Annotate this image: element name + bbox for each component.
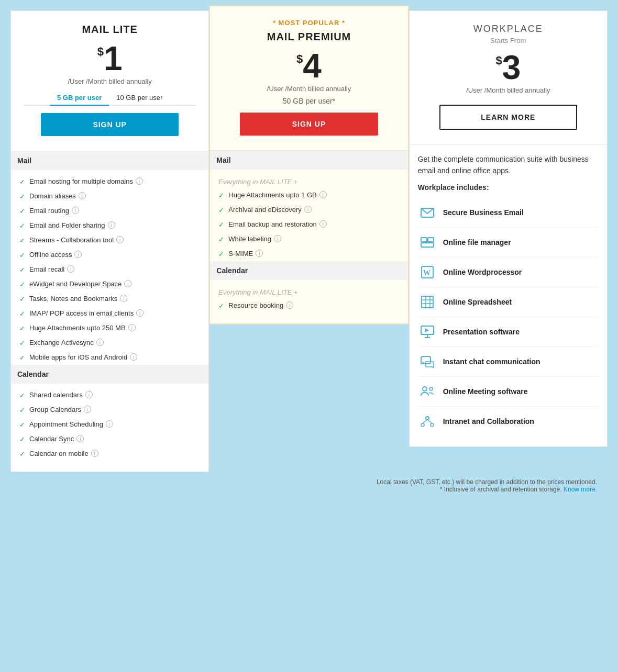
footer-note: Local taxes (VAT, GST, etc.) will be cha… xyxy=(10,472,608,495)
workplace-feature-wordprocessor: W Online Wordprocessor xyxy=(418,257,599,287)
info-icon[interactable]: i xyxy=(67,265,74,273)
workplace-dollar-sign: $ xyxy=(495,54,502,68)
info-icon[interactable]: i xyxy=(116,236,124,243)
workplace-feature-meeting: Online Meeting software xyxy=(418,377,599,407)
mail-lite-storage-tabs: 5 GB per user 10 GB per user xyxy=(24,91,196,106)
svg-point-20 xyxy=(421,423,424,427)
storage-tab-5gb[interactable]: 5 GB per user xyxy=(50,91,109,106)
svg-point-18 xyxy=(429,387,433,390)
info-icon[interactable]: i xyxy=(76,435,84,442)
svg-rect-3 xyxy=(428,238,434,242)
list-item: ✓ eWidget and Developer Space i xyxy=(19,277,200,292)
mail-lite-signup-button[interactable]: SIGN UP xyxy=(41,113,179,136)
know-more-link[interactable]: Know more. xyxy=(564,486,597,493)
check-icon: ✓ xyxy=(19,266,25,274)
list-item: ✓ Huge Attachments upto 250 MB i xyxy=(19,321,200,335)
list-item: ✓ Email and Folder sharing i xyxy=(19,218,200,233)
svg-marker-14 xyxy=(425,328,429,332)
workplace-feature-spreadsheet: Online Spreadsheet xyxy=(418,287,599,317)
workplace-chat-label: Instant chat communication xyxy=(443,357,540,366)
workplace-feature-presentation: Presentation software xyxy=(418,317,599,347)
workplace-email-label: Secure Business Email xyxy=(443,208,524,217)
info-icon[interactable]: i xyxy=(108,221,115,229)
info-icon[interactable]: i xyxy=(319,191,327,198)
mail-lite-calendar-section-header: Calendar xyxy=(11,365,208,384)
mail-lite-price-row: $ 1 xyxy=(24,42,196,75)
mail-premium-everything-in-mail: Everything in MAIL LITE + xyxy=(218,174,399,188)
list-item: ✓ Exchange Activesync i xyxy=(19,335,200,350)
list-item: ✓ Email hosting for multiple domains i xyxy=(19,174,200,189)
svg-rect-1 xyxy=(421,238,427,242)
svg-text:W: W xyxy=(423,269,431,277)
info-icon[interactable]: i xyxy=(304,206,312,213)
storage-tab-10gb[interactable]: 10 GB per user xyxy=(109,91,170,106)
info-icon[interactable]: i xyxy=(72,207,79,214)
check-icon: ✓ xyxy=(218,302,224,310)
check-icon: ✓ xyxy=(19,310,25,318)
info-icon[interactable]: i xyxy=(128,324,136,331)
workplace-feature-chat: Instant chat communication xyxy=(418,347,599,377)
mail-premium-everything-in-calendar: Everything in MAIL LITE + xyxy=(218,284,399,298)
mail-premium-price-amount: 4 xyxy=(303,49,322,83)
spreadsheet-icon xyxy=(418,293,437,311)
list-item: ✓ Appointment Scheduling i xyxy=(19,417,200,432)
workplace-includes-label: Workplace includes: xyxy=(418,183,599,192)
list-item: ✓ Email routing i xyxy=(19,204,200,218)
info-icon[interactable]: i xyxy=(274,235,281,242)
workplace-feature-filemanager: Online file manager xyxy=(418,228,599,257)
svg-point-21 xyxy=(431,423,434,427)
info-icon[interactable]: i xyxy=(74,251,82,258)
list-item: ✓ S-MIME i xyxy=(218,247,399,261)
check-icon: ✓ xyxy=(218,221,224,229)
workplace-description: Get the complete communication suite wit… xyxy=(418,153,599,177)
info-icon[interactable]: i xyxy=(84,406,91,413)
svg-rect-6 xyxy=(422,296,433,308)
list-item: ✓ IMAP/ POP access in email clients i xyxy=(19,306,200,321)
info-icon[interactable]: i xyxy=(120,295,127,302)
workplace-plan-name: WORKPLACE xyxy=(422,24,594,35)
mail-premium-dollar-sign: $ xyxy=(296,52,303,66)
list-item: ✓ Tasks, Notes and Bookmarks i xyxy=(19,292,200,306)
list-item: ✓ Streams - Collaboration tool i xyxy=(19,233,200,248)
info-icon[interactable]: i xyxy=(130,353,137,361)
mail-premium-calendar-section-header: Calendar xyxy=(210,261,407,280)
workplace-learn-more-button[interactable]: LEARN MORE xyxy=(439,105,577,130)
check-icon: ✓ xyxy=(19,193,25,200)
list-item: ✓ Resource booking i xyxy=(218,298,399,313)
workplace-price-period: /User /Month billed annually xyxy=(422,86,594,94)
list-item: ✓ White labeling i xyxy=(218,232,399,247)
info-icon[interactable]: i xyxy=(96,339,104,346)
info-icon[interactable]: i xyxy=(106,420,113,428)
mail-lite-column: MAIL LITE $ 1 /User /Month billed annual… xyxy=(10,10,209,472)
file-manager-icon xyxy=(418,233,437,252)
intranet-icon xyxy=(418,412,437,431)
check-icon: ✓ xyxy=(19,339,25,347)
svg-point-19 xyxy=(426,417,429,420)
footer-note-taxes: Local taxes (VAT, GST, etc.) will be cha… xyxy=(377,478,597,486)
check-icon: ✓ xyxy=(19,421,25,429)
mail-premium-column: * MOST POPULAR * MAIL PREMIUM $ 4 /User … xyxy=(209,5,409,324)
info-icon[interactable]: i xyxy=(124,280,131,287)
info-icon[interactable]: i xyxy=(79,192,86,199)
mail-premium-signup-button[interactable]: SIGN UP xyxy=(240,113,378,136)
info-icon[interactable]: i xyxy=(286,301,293,309)
check-icon: ✓ xyxy=(218,236,224,243)
check-icon: ✓ xyxy=(19,295,25,303)
list-item: ✓ Calendar Sync i xyxy=(19,432,200,446)
wordprocessor-icon: W xyxy=(418,263,437,282)
workplace-header: WORKPLACE Starts From $ 3 /User /Month b… xyxy=(410,11,607,145)
list-item: ✓ Huge Attachments upto 1 GB i xyxy=(218,188,399,203)
workplace-price-amount: 3 xyxy=(502,51,521,84)
most-popular-badge: * MOST POPULAR * xyxy=(223,19,395,27)
check-icon: ✓ xyxy=(19,251,25,259)
info-icon[interactable]: i xyxy=(91,450,98,457)
info-icon[interactable]: i xyxy=(136,309,144,317)
workplace-feature-intranet: Intranet and Collaboration xyxy=(418,407,599,436)
info-icon[interactable]: i xyxy=(136,177,143,185)
check-icon: ✓ xyxy=(19,324,25,332)
info-icon[interactable]: i xyxy=(319,220,327,228)
workplace-feature-email: Secure Business Email xyxy=(418,198,599,228)
info-icon[interactable]: i xyxy=(256,250,263,257)
info-icon[interactable]: i xyxy=(85,391,93,398)
check-icon: ✓ xyxy=(19,406,25,414)
